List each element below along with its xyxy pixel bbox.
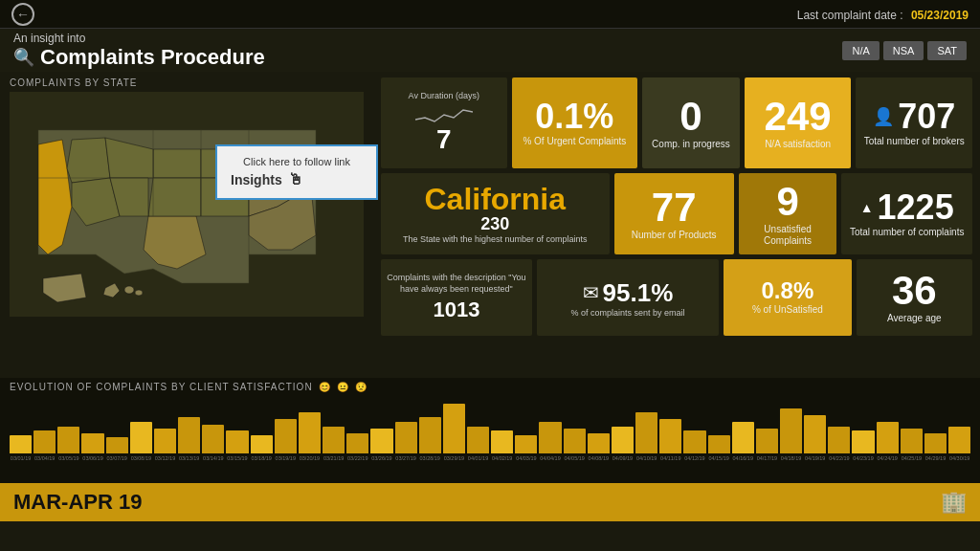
avg-age-card: 36 Average age (857, 259, 972, 336)
bar-group (756, 429, 778, 453)
bar (491, 430, 513, 453)
california-name: California (424, 184, 566, 214)
date-label: 04/03/19 (515, 455, 537, 461)
bar-group (659, 419, 681, 453)
date-label: 04/12/19 (683, 455, 705, 461)
brokers-card: 👤 707 Total number of brokers (856, 77, 972, 168)
bottom-chart-area: EVOLUTION OF COMPLAINTS BY CLIENT SATISF… (0, 378, 980, 483)
us-map: Click here to follow link Insights 🖱 (10, 92, 364, 317)
bar-chart (10, 396, 970, 453)
date-label: 04/05/19 (564, 455, 586, 461)
avg-age-label: Average age (887, 313, 942, 324)
top-bar: ← Last complaint date : 05/23/2019 (0, 0, 980, 29)
date-label: 03/13/19 (178, 455, 200, 461)
na-satisfaction-value: 249 (765, 97, 832, 137)
footer-logo: 🏢 (941, 490, 967, 515)
bar-group (370, 429, 392, 453)
metrics-area: Av Duration (days) 7 0.1% % Of Urgent Co… (373, 72, 980, 378)
date-label: 04/04/19 (539, 455, 561, 461)
avg-age-value: 36 (892, 271, 937, 311)
unsatisfied-pct-label: % of UnSatisfied (752, 304, 823, 316)
bar-group (57, 427, 79, 453)
date-label: 03/22/19 (346, 455, 368, 461)
bar (901, 429, 923, 453)
popup-click-label: Click here to follow link (231, 156, 363, 167)
page-title: Complaints Procedure (40, 45, 265, 70)
comp-progress-card: 0 Comp. in progress (642, 77, 740, 168)
bar-group (515, 435, 537, 453)
bar-group (178, 417, 200, 453)
bar (515, 435, 537, 453)
email-card: ✉ 95.1% % of complaints sent by email (537, 259, 719, 336)
date-label: 04/29/19 (924, 455, 947, 461)
na-satisfaction-card: 249 N/A satisfaction (745, 77, 852, 168)
brokers-icon: 👤 (873, 106, 894, 127)
date-label: 04/17/19 (756, 455, 778, 461)
bar (877, 422, 899, 453)
date-label: 03/15/19 (226, 455, 248, 461)
california-card: California 230 The State with the highes… (381, 173, 610, 254)
evolution-label: EVOLUTION OF COMPLAINTS BY CLIENT SATISF… (10, 382, 970, 392)
bar (564, 429, 586, 453)
bar-group (612, 427, 634, 453)
total-complaints-icon: ▲ (860, 200, 874, 215)
bar-group (732, 422, 754, 453)
main-content: COMPLAINTS BY STATE (0, 72, 980, 378)
date-label: 04/09/19 (612, 455, 634, 461)
main-title: 🔍 Complaints Procedure (13, 45, 265, 70)
footer: MAR-APR 19 🏢 (0, 483, 980, 521)
av-duration-value: 7 (436, 124, 452, 155)
bar (756, 429, 778, 453)
bar-group (251, 435, 273, 453)
bar-group (683, 430, 705, 453)
bar (732, 422, 754, 453)
filter-nsa[interactable]: NSA (883, 41, 924, 60)
desc-card: Complaints with the description "You hav… (381, 259, 532, 336)
av-duration-label: Av Duration (days) (409, 91, 479, 100)
bar (419, 417, 441, 453)
date-label: 03/07/19 (106, 455, 128, 461)
header-row: An insight into 🔍 Complaints Procedure N… (0, 29, 980, 72)
title-area: An insight into 🔍 Complaints Procedure (13, 32, 265, 70)
date-label: 04/15/19 (708, 455, 730, 461)
svg-point-1 (124, 286, 134, 294)
date-label: 04/23/19 (852, 455, 874, 461)
evolution-text: EVOLUTION OF COMPLAINTS BY CLIENT SATISF… (10, 382, 313, 392)
filter-na[interactable]: N/A (842, 41, 879, 60)
date-label: 03/12/19 (154, 455, 176, 461)
bar (323, 427, 345, 453)
bar-group (588, 433, 610, 453)
california-desc: The State with the highest number of com… (403, 234, 588, 244)
bar (852, 430, 874, 453)
date-label: 03/01/19 (10, 455, 32, 461)
total-complaints-value-row: ▲ 1225 (860, 190, 954, 225)
bar (804, 415, 826, 453)
metrics-row-3: Complaints with the description "You hav… (381, 259, 972, 336)
bar (708, 435, 730, 453)
date-label: 03/20/19 (299, 455, 321, 461)
cursor-icon: 🖱 (288, 171, 303, 188)
bar-group (948, 427, 970, 453)
desc-card-num: 1013 (433, 298, 479, 322)
date-label: 03/06/19 (81, 455, 103, 461)
bar-group (804, 415, 826, 453)
bar (828, 427, 850, 453)
unsatisfied-comp-label: Unsatisfied Complaints (745, 224, 832, 247)
insights-popup[interactable]: Click here to follow link Insights 🖱 (215, 144, 378, 200)
desc-card-text: Complaints with the description "You hav… (387, 273, 526, 295)
email-icon: ✉ (583, 281, 599, 304)
date-label: 03/28/19 (419, 455, 441, 461)
filter-sat[interactable]: SAT (927, 41, 967, 60)
back-button[interactable]: ← (11, 3, 34, 26)
unsatisfied-pct-value: 0.8% (762, 279, 814, 302)
products-label: Number of Products (632, 230, 717, 241)
bar (106, 437, 128, 453)
bar-group (10, 435, 32, 453)
insights-link[interactable]: Insights 🖱 (231, 171, 363, 188)
total-complaints-label: Total number of complaints (850, 227, 965, 238)
bar-group (81, 433, 103, 453)
bar (154, 429, 176, 453)
date-label: 03/26/19 (370, 455, 392, 461)
bar (251, 435, 273, 453)
urgent-pct-card: 0.1% % Of Urgent Complaints (512, 77, 638, 168)
